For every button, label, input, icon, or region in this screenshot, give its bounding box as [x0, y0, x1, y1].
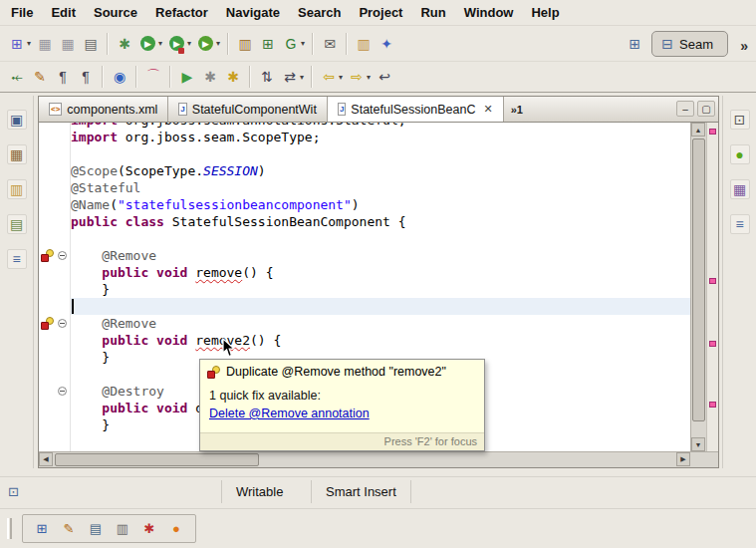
scroll-right-arrow[interactable]: ▶: [676, 452, 690, 466]
forward-button[interactable]: ⇨▾: [346, 65, 373, 89]
overview-error-mark[interactable]: [709, 341, 716, 347]
code-line-3[interactable]: @Scope(ScopeType.SESSION): [71, 162, 690, 179]
quick-assist-button[interactable]: ✦: [376, 32, 397, 56]
code-line-13[interactable]: public void remove2() {: [71, 332, 690, 349]
scroll-down-arrow[interactable]: ▼: [691, 437, 705, 451]
bookmarks-trim-icon[interactable]: ▤: [87, 520, 105, 538]
report-mail-button[interactable]: ✉: [319, 32, 341, 56]
menu-window[interactable]: Window: [455, 1, 523, 24]
trim-grip[interactable]: [7, 518, 12, 539]
run-last-launched-button[interactable]: ▶▾: [165, 32, 193, 56]
code-line-9[interactable]: public void remove() {: [71, 264, 690, 281]
menu-file[interactable]: File: [2, 1, 42, 24]
dropdown-arrow-icon[interactable]: ▾: [301, 39, 305, 48]
maximize-button[interactable]: ▢: [697, 101, 715, 117]
menu-edit[interactable]: Edit: [42, 1, 85, 24]
code-line-7[interactable]: [71, 230, 690, 247]
breakpoints-button[interactable]: ✱: [222, 65, 244, 89]
tab-components-xml[interactable]: <>components.xml: [39, 97, 168, 122]
menu-run[interactable]: Run: [411, 1, 454, 24]
dropdown-arrow-icon[interactable]: ▾: [300, 73, 304, 82]
save-all-button[interactable]: ▦: [57, 32, 79, 56]
save-button[interactable]: ▦: [34, 32, 56, 56]
next-annotation-button[interactable]: ⤝: [6, 65, 28, 89]
run-button[interactable]: ▶▾: [136, 32, 164, 56]
skip-breakpoints-button[interactable]: ✱: [199, 65, 221, 89]
dropdown-arrow-icon[interactable]: ▾: [158, 39, 162, 48]
tab-statefulsessionbeanc[interactable]: JStatefulSessionBeanC✕: [328, 97, 504, 122]
code-line-6[interactable]: public class StatefulSessionBeanComponen…: [71, 213, 690, 230]
fast-view-levels-icon[interactable]: ▤: [7, 214, 27, 234]
dropdown-arrow-icon[interactable]: ▾: [27, 39, 31, 48]
menu-navigate[interactable]: Navigate: [217, 1, 289, 24]
tab-overflow-chevron[interactable]: »1: [504, 97, 530, 122]
run-tool-button[interactable]: ▶: [176, 65, 198, 89]
generate-seam-button[interactable]: G▾: [280, 32, 307, 56]
tab-close-button[interactable]: ✕: [483, 103, 492, 116]
menu-source[interactable]: Source: [85, 1, 146, 24]
problems-trim-icon[interactable]: ✱: [140, 520, 158, 538]
outline-view-icon[interactable]: ≡: [730, 214, 750, 234]
fast-view-folder-icon[interactable]: ▥: [7, 179, 27, 199]
code-line-12[interactable]: @Remove: [71, 315, 690, 332]
open-perspective-button[interactable]: ⊞: [624, 32, 645, 56]
horizontal-scrollbar[interactable]: ◀ ▶: [39, 451, 718, 467]
edit-trim-icon[interactable]: ✎: [60, 520, 78, 538]
error-quickfix-marker[interactable]: [41, 249, 54, 262]
code-line-4[interactable]: @Stateful: [71, 179, 690, 196]
vertical-scroll-thumb[interactable]: [692, 138, 705, 421]
compare-button[interactable]: ⇄▾: [279, 65, 306, 89]
new-seam-package-button[interactable]: ▥: [234, 32, 256, 56]
tasks-trim-icon[interactable]: ▥: [114, 520, 131, 538]
minimize-button[interactable]: –: [676, 101, 694, 117]
menu-refactor[interactable]: Refactor: [146, 1, 217, 24]
progress-trim-icon[interactable]: ●: [167, 520, 185, 538]
overview-error-mark[interactable]: [709, 129, 716, 135]
fold-collapse-icon[interactable]: [58, 387, 67, 396]
code-line-8[interactable]: @Remove: [71, 247, 690, 264]
fold-collapse-icon[interactable]: [58, 251, 67, 260]
menu-search[interactable]: Search: [289, 1, 350, 24]
seam-components-view-icon[interactable]: ●: [730, 144, 750, 164]
menu-project[interactable]: Project: [350, 1, 411, 24]
code-line-1[interactable]: import org.jboss.seam.ScopeType;: [71, 129, 690, 145]
mark-occurrences-button[interactable]: ✎: [29, 65, 51, 89]
fast-view-grid-icon[interactable]: ▦: [7, 144, 27, 164]
code-line-11[interactable]: [71, 298, 690, 315]
show-blocks-button[interactable]: ¶: [75, 65, 97, 89]
code-line-2[interactable]: [71, 145, 690, 162]
dropdown-arrow-icon[interactable]: ▾: [187, 39, 191, 48]
back-button[interactable]: ⇦▾: [318, 65, 345, 89]
open-resource-button[interactable]: ▥: [353, 32, 375, 56]
new-seam-class-button[interactable]: ⊞: [257, 32, 279, 56]
fast-view-console-icon[interactable]: ▣: [7, 110, 27, 130]
marker-ruler[interactable]: [39, 123, 55, 451]
last-edit-location-button[interactable]: ↩: [374, 65, 395, 89]
fold-collapse-icon[interactable]: [58, 319, 67, 328]
toolbar-overflow-chevron[interactable]: »: [740, 38, 748, 54]
overview-error-mark[interactable]: [709, 278, 716, 284]
menu-help[interactable]: Help: [522, 1, 568, 24]
fast-view-list-icon[interactable]: ≡: [7, 249, 27, 269]
print-button[interactable]: ▤: [80, 32, 102, 56]
overview-ruler[interactable]: [706, 123, 718, 451]
perspective-seam-button[interactable]: ⊟ Seam: [651, 31, 728, 57]
code-line-10[interactable]: }: [71, 281, 690, 298]
sort-members-button[interactable]: ⇅: [256, 65, 278, 89]
fast-view-tray-icon[interactable]: ⊡: [8, 484, 19, 499]
error-quickfix-marker[interactable]: [41, 317, 54, 330]
external-tools-button[interactable]: ▶▾: [194, 32, 222, 56]
overview-error-mark[interactable]: [709, 402, 716, 408]
dropdown-arrow-icon[interactable]: ▾: [216, 39, 220, 48]
horizontal-scroll-thumb[interactable]: [55, 453, 259, 466]
dropdown-arrow-icon[interactable]: ▾: [367, 73, 371, 82]
delete-remove-annotation-link[interactable]: Delete @Remove annotation: [209, 407, 370, 420]
scroll-left-arrow[interactable]: ◀: [39, 452, 53, 466]
dropdown-arrow-icon[interactable]: ▾: [339, 73, 343, 82]
folding-ruler[interactable]: [55, 123, 71, 451]
scroll-up-arrow[interactable]: ▲: [691, 123, 705, 137]
restore-view-icon[interactable]: ⊡: [730, 110, 750, 130]
record-macro-button[interactable]: ⌒: [142, 65, 164, 89]
new-wizard-button[interactable]: ⊞▾: [6, 32, 33, 56]
show-whitespace-button[interactable]: ¶: [52, 65, 74, 89]
